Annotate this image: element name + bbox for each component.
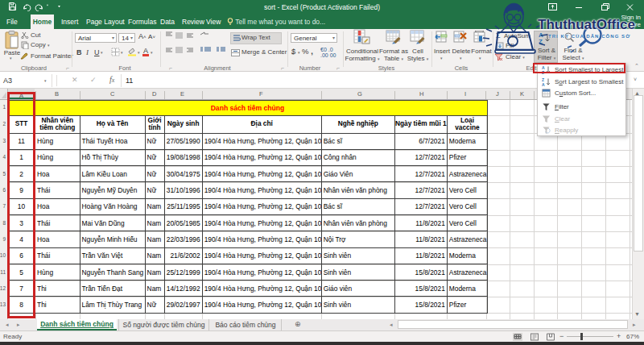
svg-text:A: A (542, 81, 545, 85)
svg-text:Z: Z (539, 38, 543, 44)
